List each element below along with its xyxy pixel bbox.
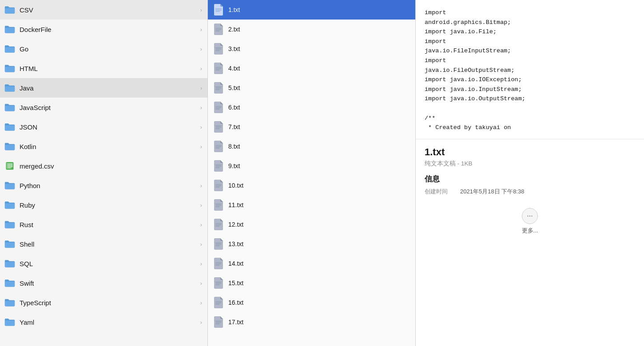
file-item-f10[interactable]: 10.txt	[208, 176, 415, 195]
sidebar-item-merged-csv[interactable]: merged.csv	[0, 156, 207, 176]
sidebar-item-ruby[interactable]: Ruby›	[0, 195, 207, 215]
svg-rect-37	[215, 204, 222, 204]
txt-file-icon	[214, 297, 224, 308]
chevron-right-icon: ›	[200, 221, 202, 228]
file-item-f7[interactable]: 7.txt	[208, 117, 415, 137]
info-key: 创建时间	[425, 188, 460, 196]
svg-rect-3	[7, 166, 13, 167]
svg-rect-23	[215, 107, 222, 108]
svg-rect-2	[7, 165, 13, 166]
folder-icon	[4, 103, 15, 112]
middle-panel: 1.txt 2.txt 3.txt 4.txt 5.txt 6.txt 7.	[208, 0, 416, 346]
svg-rect-22	[215, 106, 222, 107]
more-label: 更多...	[416, 227, 644, 239]
code-preview: import android.graphics.Bitmap; import j…	[425, 8, 635, 133]
chevron-right-icon: ›	[200, 241, 202, 248]
sidebar-item-yaml[interactable]: Yaml›	[0, 312, 207, 332]
file-label: 15.txt	[228, 279, 243, 287]
preview-area: import android.graphics.Bitmap; import j…	[416, 0, 644, 139]
sidebar-item-label: DockerFile	[20, 26, 199, 33]
svg-rect-52	[215, 301, 222, 302]
svg-rect-51	[215, 284, 220, 285]
txt-file-icon	[214, 219, 224, 230]
svg-rect-31	[215, 165, 222, 165]
txt-file-icon	[214, 121, 224, 133]
svg-rect-48	[215, 265, 220, 266]
sidebar-item-javascript[interactable]: JavaScript›	[0, 98, 207, 117]
folder-icon	[4, 142, 15, 151]
file-item-f6[interactable]: 6.txt	[208, 98, 415, 117]
file-item-f11[interactable]: 11.txt	[208, 195, 415, 215]
file-item-f8[interactable]: 8.txt	[208, 137, 415, 156]
folder-icon	[4, 259, 15, 268]
file-label: 17.txt	[228, 318, 243, 326]
txt-file-icon	[214, 4, 224, 16]
chevron-right-icon: ›	[200, 299, 202, 306]
file-item-f16[interactable]: 16.txt	[208, 293, 415, 312]
info-value: 2021年5月18日 下午8:38	[460, 188, 525, 196]
svg-rect-9	[215, 11, 220, 12]
file-item-f15[interactable]: 15.txt	[208, 273, 415, 293]
svg-rect-32	[215, 166, 222, 167]
sidebar-item-go[interactable]: Go›	[0, 39, 207, 59]
file-item-f17[interactable]: 17.txt	[208, 312, 415, 332]
chevron-right-icon: ›	[200, 260, 202, 267]
file-label: 3.txt	[228, 45, 240, 52]
folder-icon	[4, 181, 15, 190]
file-label: 10.txt	[228, 182, 243, 189]
chevron-right-icon: ›	[200, 182, 202, 189]
folder-icon	[4, 220, 15, 229]
file-item-f2[interactable]: 2.txt	[208, 20, 415, 39]
svg-rect-29	[215, 146, 222, 147]
svg-rect-53	[215, 303, 222, 303]
sidebar-item-sql[interactable]: SQL›	[0, 254, 207, 273]
sidebar-item-kotlin[interactable]: Kotlin›	[0, 137, 207, 156]
txt-file-icon	[214, 24, 224, 35]
file-item-f9[interactable]: 9.txt	[208, 156, 415, 176]
file-label: 5.txt	[228, 84, 240, 91]
file-label: 13.txt	[228, 240, 243, 248]
file-subtitle: 纯文本文稿 - 1KB	[425, 160, 635, 168]
file-item-f14[interactable]: 14.txt	[208, 254, 415, 273]
svg-rect-35	[215, 185, 222, 186]
folder-icon	[4, 5, 15, 14]
file-label: 6.txt	[228, 104, 240, 111]
sidebar-item-java[interactable]: Java›	[0, 78, 207, 98]
txt-file-icon	[214, 238, 224, 250]
sidebar-item-typescript[interactable]: TypeScript›	[0, 293, 207, 312]
left-panel: CSV› DockerFile› Go› HTML› Java› JavaScr…	[0, 0, 208, 346]
sidebar-item-dockerfile[interactable]: DockerFile›	[0, 20, 207, 39]
txt-file-icon	[214, 43, 224, 55]
file-item-f13[interactable]: 13.txt	[208, 234, 415, 254]
file-item-f5[interactable]: 5.txt	[208, 78, 415, 98]
sidebar-item-python[interactable]: Python›	[0, 176, 207, 195]
chevron-right-icon: ›	[200, 319, 202, 326]
file-item-f12[interactable]: 12.txt	[208, 215, 415, 234]
txt-file-icon	[214, 316, 224, 328]
txt-file-icon	[214, 63, 224, 74]
svg-rect-41	[215, 224, 222, 225]
sidebar-item-label: Go	[20, 45, 199, 53]
svg-rect-36	[215, 187, 220, 188]
file-item-f1[interactable]: 1.txt	[208, 0, 415, 20]
sidebar-item-label: Shell	[20, 240, 199, 248]
file-item-f4[interactable]: 4.txt	[208, 59, 415, 78]
svg-rect-42	[215, 226, 220, 227]
chevron-right-icon: ›	[200, 46, 202, 52]
sidebar-item-label: Java	[20, 84, 199, 92]
info-row: 创建时间 2021年5月18日 下午8:38	[425, 188, 635, 196]
svg-rect-47	[215, 263, 222, 264]
sidebar-item-html[interactable]: HTML›	[0, 59, 207, 78]
file-label: 16.txt	[228, 299, 243, 306]
folder-icon	[4, 279, 15, 287]
sidebar-item-rust[interactable]: Rust›	[0, 215, 207, 234]
more-button[interactable]: ···	[522, 208, 538, 224]
svg-rect-15	[215, 50, 220, 51]
svg-rect-26	[215, 127, 222, 128]
sidebar-item-json[interactable]: JSON›	[0, 117, 207, 137]
sidebar-item-shell[interactable]: Shell›	[0, 234, 207, 254]
sidebar-item-csv[interactable]: CSV›	[0, 0, 207, 20]
folder-icon	[4, 83, 15, 92]
file-item-f3[interactable]: 3.txt	[208, 39, 415, 59]
sidebar-item-swift[interactable]: Swift›	[0, 273, 207, 293]
